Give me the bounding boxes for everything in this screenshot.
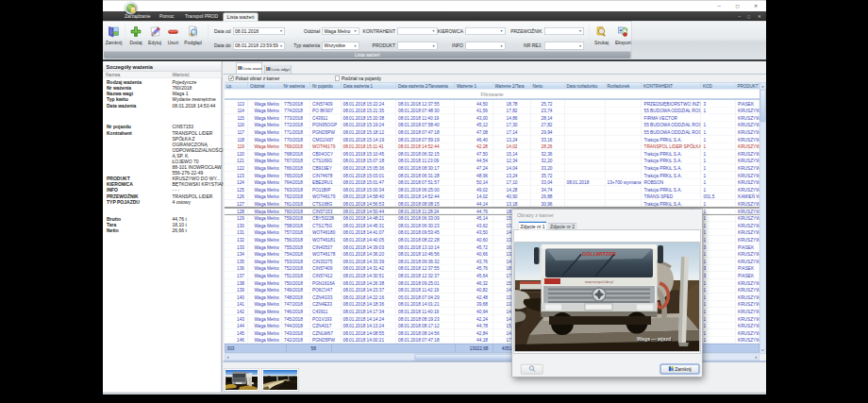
- svg-text:Waga — wjazd: Waga — wjazd: [637, 336, 671, 342]
- svg-text:GOLLWITZER: GOLLWITZER: [582, 251, 616, 257]
- svg-text:www.transpol-lider.pl: www.transpol-lider.pl: [585, 280, 613, 284]
